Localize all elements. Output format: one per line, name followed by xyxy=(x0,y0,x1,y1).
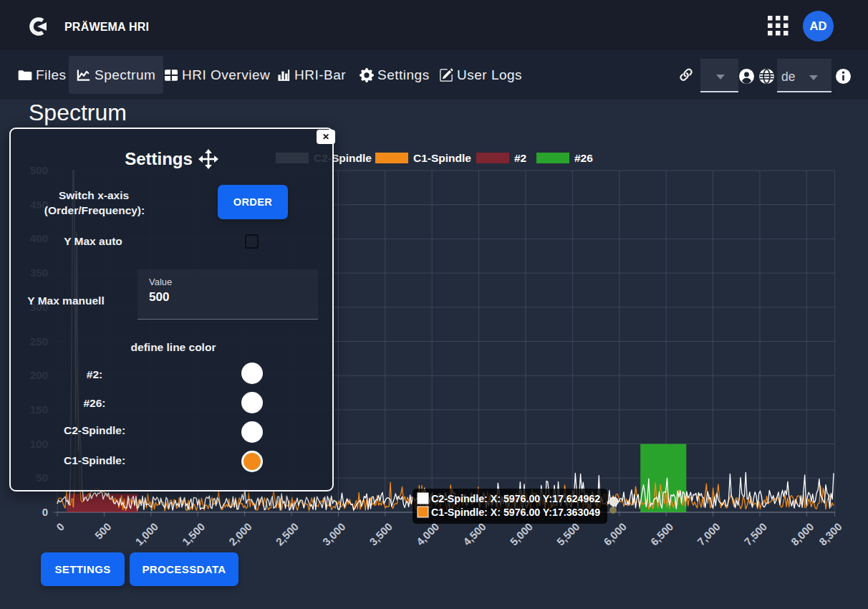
svg-text:0: 0 xyxy=(54,520,67,533)
svg-text:7,500: 7,500 xyxy=(742,520,770,548)
svg-text:500: 500 xyxy=(92,520,114,542)
svg-text:5,000: 5,000 xyxy=(508,520,536,548)
svg-text:3,000: 3,000 xyxy=(320,520,348,548)
svg-text:4,500: 4,500 xyxy=(460,520,488,548)
svg-text:C1-Spindle: C1-Spindle xyxy=(413,152,471,164)
svg-text:#26: #26 xyxy=(574,152,593,164)
svg-text:C2-Spindle: X: 5976.00 Y:17.62: C2-Spindle: X: 5976.00 Y:17.624962 xyxy=(431,493,600,504)
svg-text:3,500: 3,500 xyxy=(367,520,395,548)
svg-text:5,500: 5,500 xyxy=(554,520,582,548)
svg-text:6,000: 6,000 xyxy=(601,520,629,548)
svg-text:8,000: 8,000 xyxy=(789,520,816,548)
svg-text:#2: #2 xyxy=(514,152,526,164)
svg-text:0: 0 xyxy=(42,506,48,518)
svg-text:6,500: 6,500 xyxy=(648,520,676,548)
svg-text:4,000: 4,000 xyxy=(414,520,442,548)
svg-text:1,500: 1,500 xyxy=(180,520,208,548)
svg-text:2,000: 2,000 xyxy=(226,520,254,548)
svg-text:1,000: 1,000 xyxy=(132,520,160,548)
svg-text:C1-Spindle: X: 5976.00 Y:17.36: C1-Spindle: X: 5976.00 Y:17.363049 xyxy=(431,507,600,518)
svg-text:8,300: 8,300 xyxy=(816,520,844,548)
svg-text:2,500: 2,500 xyxy=(274,520,302,548)
svg-text:7,000: 7,000 xyxy=(695,520,723,548)
